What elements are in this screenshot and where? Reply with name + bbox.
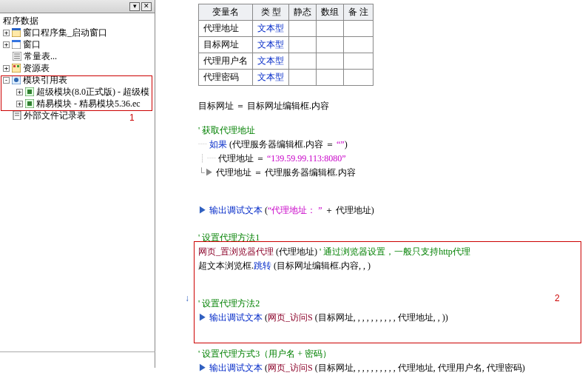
svg-rect-8	[12, 64, 21, 73]
code-line[interactable]: ▶ 输出调试文本 (网页_访问S (目标网址, , , , , , , , , …	[198, 311, 588, 325]
table-header: 静态	[289, 4, 317, 21]
code-comment[interactable]: ' 设置代理方法2	[198, 297, 588, 311]
code-comment[interactable]: ' 获取代理地址	[198, 124, 588, 138]
const-icon	[13, 52, 21, 61]
var-name: 代理密码	[199, 70, 253, 86]
svg-rect-1	[12, 28, 21, 30]
var-type: 文本型	[253, 70, 289, 86]
ext-file-icon	[13, 111, 21, 120]
tree-root[interactable]: 程序数据	[1, 15, 153, 27]
code-panel: 变量名 类 型 静态 数组 备 注 代理地址文本型 目标网址文本型 代理用户名文…	[155, 0, 588, 387]
tree-item-label: 窗口	[23, 38, 41, 50]
variable-table: 变量名 类 型 静态 数组 备 注 代理地址文本型 目标网址文本型 代理用户名文…	[198, 4, 374, 86]
tree-item-super-module[interactable]: + 超级模块(8.0正式版) - 超级模	[1, 86, 153, 98]
tree-item-resource[interactable]: + 资源表	[1, 62, 153, 74]
table-row[interactable]: 目标网址文本型	[199, 37, 374, 53]
code-line[interactable]: ▶ 输出调试文本 (网页_访问S (目标网址, , , , , , , , , …	[198, 361, 588, 375]
minus-icon[interactable]: -	[3, 77, 10, 84]
resource-icon	[12, 64, 21, 73]
tree-item-label: 外部文件记录表	[24, 110, 86, 121]
table-header: 数组	[317, 4, 344, 21]
window-icon	[12, 40, 21, 49]
svg-rect-14	[27, 90, 32, 94]
plus-icon[interactable]: +	[16, 101, 23, 107]
table-header: 变量名	[199, 4, 253, 21]
code-line[interactable]: 网页_置浏览器代理 (代理地址) ' 通过浏览器设置，一般只支持http代理	[198, 245, 588, 259]
arrow-down-icon: ↓	[185, 293, 189, 303]
code-line[interactable]: 超文本浏览框.跳转 (目标网址编辑框.内容, , )	[198, 259, 588, 273]
annotation-label-2: 2	[555, 293, 560, 303]
var-name: 代理用户名	[199, 53, 253, 70]
panel-close-button[interactable]: ✕	[141, 2, 152, 11]
tree-item-label: 超级模块(8.0正式版) - 超级模	[36, 86, 149, 98]
tree-panel: ▾ ✕ 程序数据 + 窗口程序集_启动窗口 + 窗口 常量表... + 资源表 …	[0, 0, 155, 368]
svg-rect-3	[12, 40, 21, 42]
svg-point-12	[14, 78, 18, 82]
table-header: 备 注	[344, 4, 374, 21]
code-area: 变量名 类 型 静态 数组 备 注 代理地址文本型 目标网址文本型 代理用户名文…	[198, 4, 588, 375]
tree-item-module-ref[interactable]: - 模块引用表	[1, 74, 153, 86]
panel-footer	[0, 351, 155, 368]
table-header-row: 变量名 类 型 静态 数组 备 注	[199, 4, 374, 21]
tree-item-label: 精易模块 - 精易模块5.36.ec	[36, 98, 141, 110]
tree-item-label: 常量表...	[24, 50, 57, 62]
svg-rect-16	[27, 101, 32, 106]
tree-item-label: 模块引用表	[23, 74, 67, 86]
tree-item-const[interactable]: 常量表...	[1, 50, 153, 62]
var-type: 文本型	[253, 37, 289, 53]
tree-item-window-set[interactable]: + 窗口程序集_启动窗口	[1, 27, 153, 38]
tree-item-label: 资源表	[23, 62, 50, 74]
var-name: 目标网址	[199, 37, 253, 53]
panel-collapse-button[interactable]: ▾	[129, 2, 140, 11]
plus-icon[interactable]: +	[3, 30, 10, 36]
var-type: 文本型	[253, 21, 289, 37]
code-line[interactable]: └▶ 代理地址 ＝ 代理服务器编辑框.内容	[198, 166, 588, 180]
program-tree: 程序数据 + 窗口程序集_启动窗口 + 窗口 常量表... + 资源表 - 模块…	[0, 13, 155, 123]
var-name: 代理地址	[199, 21, 253, 37]
code-comment[interactable]: ' 设置代理方法1	[198, 231, 588, 245]
module-icon	[25, 87, 34, 96]
module-ref-icon	[12, 75, 21, 84]
panel-titlebar: ▾ ✕	[0, 0, 155, 13]
code-comment[interactable]: ' 设置代理方式3（用户名 + 密码）	[198, 347, 588, 361]
code-line[interactable]: ┊┈ 代理地址 ＝ “139.59.99.113:8080”	[198, 152, 588, 166]
tree-item-label: 窗口程序集_启动窗口	[23, 27, 107, 38]
svg-rect-9	[13, 65, 16, 67]
code-line[interactable]: ▶ 输出调试文本 (“代理地址： ” ＋ 代理地址)	[198, 203, 588, 218]
tree-item-window[interactable]: + 窗口	[1, 38, 153, 50]
window-set-icon	[12, 28, 21, 37]
plus-icon[interactable]: +	[3, 41, 10, 48]
annotation-label-1: 1	[129, 112, 135, 123]
table-row[interactable]: 代理密码文本型	[199, 70, 374, 86]
code-line[interactable]: 目标网址 ＝ 目标网址编辑框.内容	[198, 99, 588, 113]
code-line[interactable]: ┈ 如果 (代理服务器编辑框.内容 ＝ “”)	[198, 138, 588, 152]
table-row[interactable]: 代理用户名文本型	[199, 53, 374, 70]
tree-item-jingyi-module[interactable]: + 精易模块 - 精易模块5.36.ec	[1, 98, 153, 110]
table-header: 类 型	[253, 4, 289, 21]
tree-root-label: 程序数据	[3, 15, 38, 27]
var-type: 文本型	[253, 53, 289, 70]
module-icon	[25, 99, 34, 108]
svg-rect-10	[17, 65, 19, 67]
table-row[interactable]: 代理地址文本型	[199, 21, 374, 37]
plus-icon[interactable]: +	[16, 89, 23, 95]
plus-icon[interactable]: +	[3, 65, 10, 72]
